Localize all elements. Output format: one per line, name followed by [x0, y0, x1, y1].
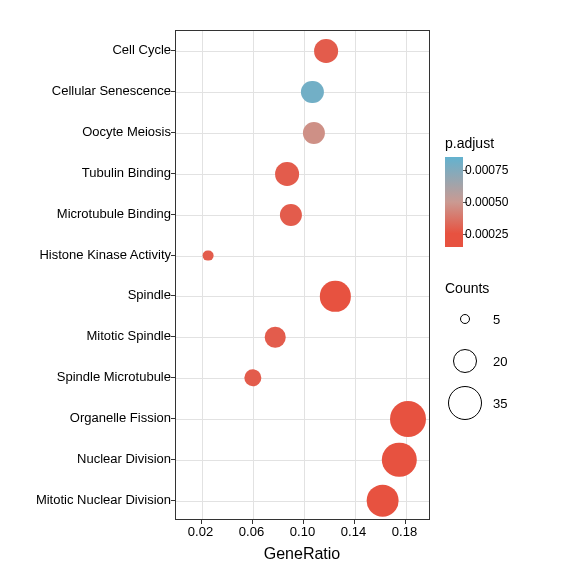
data-point [315, 40, 339, 64]
grid-line [176, 296, 429, 297]
y-axis-label: Organelle Fission [1, 411, 171, 425]
y-axis-label: Nuclear Division [1, 452, 171, 466]
data-point [303, 122, 325, 144]
y-axis-label: Oocyte Meiosis [1, 125, 171, 139]
data-point [320, 281, 350, 311]
grid-line [176, 256, 429, 257]
size-legend: Counts 5 20 35 [445, 280, 575, 426]
size-legend-item: 5 [445, 300, 575, 338]
grid-line [176, 51, 429, 52]
grid-line [176, 215, 429, 216]
colorbar-tick: 0.00075 [465, 163, 508, 177]
colorbar-tick: 0.00025 [465, 227, 508, 241]
data-point [265, 327, 286, 348]
y-axis-label: Cellular Senescence [1, 84, 171, 98]
color-legend-title: p.adjust [445, 135, 575, 151]
grid-line [253, 31, 254, 519]
grid-line [304, 31, 305, 519]
color-legend: p.adjust 0.00075 0.00050 0.00025 [445, 135, 575, 155]
colorbar-tick: 0.00050 [465, 195, 508, 209]
data-point [301, 81, 323, 103]
grid-line [176, 378, 429, 379]
x-axis-tick-label: 0.10 [290, 524, 315, 539]
data-point [244, 369, 261, 386]
size-legend-item: 20 [445, 342, 575, 380]
y-axis-label: Mitotic Nuclear Division [1, 493, 171, 507]
grid-line [176, 174, 429, 175]
x-axis-tick-label: 0.06 [239, 524, 264, 539]
data-point [280, 204, 302, 226]
x-axis-tick-label: 0.18 [392, 524, 417, 539]
data-point [390, 401, 426, 437]
size-legend-circle [460, 314, 470, 324]
y-axis-label: Histone Kinase Activity [1, 248, 171, 262]
size-legend-item: 35 [445, 384, 575, 422]
size-legend-circle [453, 349, 477, 373]
y-axis-label: Microtubule Binding [1, 207, 171, 221]
grid-line [355, 31, 356, 519]
x-axis-tick-label: 0.02 [188, 524, 213, 539]
grid-line [176, 337, 429, 338]
grid-line [202, 31, 203, 519]
plot-panel [175, 30, 430, 520]
y-axis-label: Spindle Microtubule [1, 370, 171, 384]
y-axis-label: Cell Cycle [1, 43, 171, 57]
x-axis-tick-label: 0.14 [341, 524, 366, 539]
data-point [366, 484, 399, 517]
size-legend-circle [448, 386, 482, 420]
y-axis-label: Spindle [1, 288, 171, 302]
y-axis-label: Tubulin Binding [1, 166, 171, 180]
data-point [382, 443, 416, 477]
data-point [202, 250, 213, 261]
data-point [275, 162, 299, 186]
dotplot-chart: Cell CycleCellular SenescenceOocyte Meio… [0, 0, 582, 582]
x-axis-title: GeneRatio [264, 545, 341, 563]
y-axis-label: Mitotic Spindle [1, 329, 171, 343]
size-legend-title: Counts [445, 280, 575, 296]
